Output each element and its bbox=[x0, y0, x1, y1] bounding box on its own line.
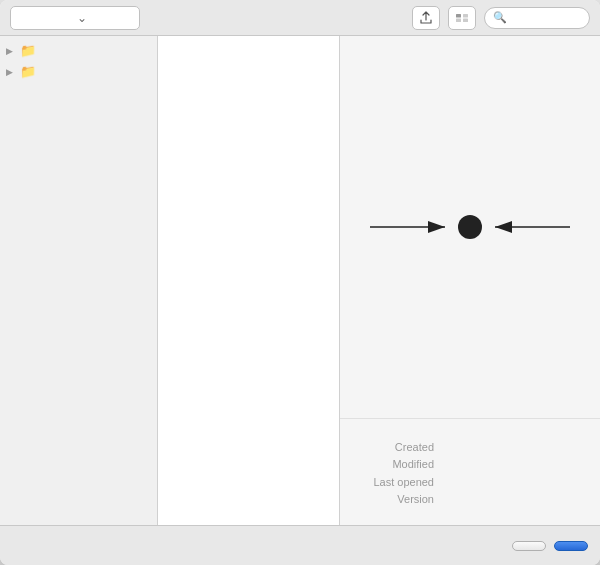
folder-icon: 📁 bbox=[20, 43, 36, 58]
last-opened-row: Last opened bbox=[360, 474, 580, 492]
file-info: Created Modified Last opened Version bbox=[340, 418, 600, 525]
search-box[interactable]: 🔍 bbox=[484, 7, 590, 29]
file-preview bbox=[360, 207, 580, 247]
main-content: ▶ 📁 ▶ 📁 bbox=[0, 36, 600, 525]
last-opened-label: Last opened bbox=[373, 474, 434, 492]
modified-label: Modified bbox=[392, 456, 434, 474]
folder-icon: 📁 bbox=[20, 64, 36, 79]
file-version bbox=[440, 491, 580, 509]
file-last-opened bbox=[440, 474, 580, 492]
preview-panel: Created Modified Last opened Version bbox=[340, 36, 600, 525]
file-open-dialog: ⌄ 🔍 ▶ 📁 bbox=[0, 0, 600, 565]
chevron-right-icon: ▶ bbox=[6, 46, 13, 56]
svg-rect-3 bbox=[463, 18, 468, 22]
version-label: Version bbox=[397, 491, 434, 509]
svg-rect-0 bbox=[456, 14, 461, 18]
created-row: Created bbox=[360, 439, 580, 457]
search-icon: 🔍 bbox=[493, 11, 507, 24]
view-toggle-button[interactable] bbox=[448, 6, 476, 30]
version-row: Version bbox=[360, 491, 580, 509]
preview-area bbox=[340, 36, 600, 418]
cancel-button[interactable] bbox=[512, 541, 546, 551]
sidebar: ▶ 📁 ▶ 📁 bbox=[0, 36, 158, 525]
file-info-table: Created Modified Last opened Version bbox=[360, 439, 580, 513]
file-modified bbox=[440, 456, 580, 474]
share-button[interactable] bbox=[412, 6, 440, 30]
chevron-down-icon: ⌄ bbox=[77, 11, 133, 25]
bottom-bar bbox=[0, 525, 600, 565]
sidebar-item-30signs[interactable]: ▶ 📁 bbox=[0, 40, 157, 61]
location-dropdown[interactable]: ⌄ bbox=[10, 6, 140, 30]
sidebar-item-kimmy[interactable]: ▶ 📁 bbox=[0, 61, 157, 82]
svg-rect-2 bbox=[456, 18, 461, 22]
svg-rect-1 bbox=[463, 14, 468, 18]
file-list-panel bbox=[158, 36, 340, 525]
file-created bbox=[440, 439, 580, 457]
open-button[interactable] bbox=[554, 541, 588, 551]
created-label: Created bbox=[395, 439, 434, 457]
svg-point-6 bbox=[458, 215, 482, 239]
search-input[interactable] bbox=[511, 12, 581, 24]
modified-row: Modified bbox=[360, 456, 580, 474]
tags-row bbox=[360, 509, 580, 513]
chevron-right-icon: ▶ bbox=[6, 67, 13, 77]
toolbar: ⌄ 🔍 bbox=[0, 0, 600, 36]
